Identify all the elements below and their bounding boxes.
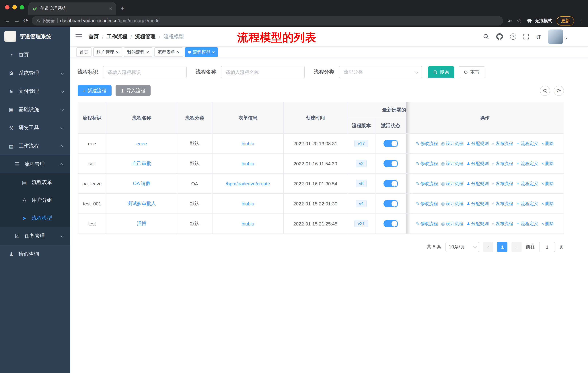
- new-tab-button[interactable]: +: [116, 4, 129, 15]
- action-publish-process[interactable]: ☝发布流程: [492, 181, 513, 187]
- next-page-button[interactable]: ›: [511, 242, 522, 252]
- row-form-link[interactable]: biubiu: [242, 141, 254, 146]
- tag-process-model[interactable]: 流程模型 ×: [185, 47, 218, 57]
- window-controls[interactable]: [5, 5, 24, 10]
- active-toggle[interactable]: [383, 140, 398, 147]
- maximize-window-button[interactable]: [20, 5, 24, 10]
- version-badge[interactable]: v2: [356, 160, 367, 167]
- action-design-process[interactable]: ◎设计流程: [441, 221, 463, 227]
- action-assign-rule[interactable]: ♟分配规则: [467, 201, 489, 207]
- sidebar-logo[interactable]: 芋道管理系统: [0, 27, 70, 46]
- action-assign-rule[interactable]: ♟分配规则: [467, 141, 489, 147]
- close-icon[interactable]: ×: [177, 50, 179, 54]
- close-icon[interactable]: ×: [212, 50, 215, 54]
- page-size-select[interactable]: 10条/页: [445, 242, 479, 252]
- version-badge[interactable]: v17: [355, 140, 368, 147]
- row-name-link[interactable]: 自己审批: [132, 161, 151, 166]
- action-design-process[interactable]: ◎设计流程: [441, 161, 463, 167]
- bookmark-star-icon[interactable]: ☆: [517, 18, 522, 24]
- action-assign-rule[interactable]: ♟分配规则: [467, 221, 489, 227]
- tag-tenant[interactable]: 租户管理 ×: [93, 47, 122, 57]
- breadcrumb-item[interactable]: 流程管理: [135, 33, 156, 40]
- active-toggle[interactable]: [383, 200, 398, 207]
- create-process-button[interactable]: + 新建流程: [78, 85, 111, 96]
- address-bar[interactable]: ⚠ 不安全 dashboard.yudao.iocoder.cn/bpm/man…: [32, 16, 503, 26]
- action-assign-rule[interactable]: ♟分配规则: [467, 181, 489, 187]
- category-select[interactable]: 流程分类: [339, 66, 422, 78]
- forward-icon[interactable]: →: [14, 18, 20, 24]
- search-button[interactable]: 搜索: [428, 66, 454, 78]
- back-icon[interactable]: ←: [4, 18, 10, 24]
- row-form-link[interactable]: biubiu: [242, 161, 254, 166]
- sidebar-item-process-management[interactable]: ☰ 流程管理: [0, 155, 70, 173]
- goto-page-input[interactable]: [539, 242, 555, 252]
- sidebar-item-leave-query[interactable]: ♟ 请假查询: [0, 245, 70, 263]
- sidebar-item-devtools[interactable]: ⚒ 研发工具: [0, 119, 70, 137]
- close-icon[interactable]: ×: [116, 50, 119, 54]
- sidebar-item-workflow[interactable]: ▤ 工作流程: [0, 137, 70, 155]
- sidebar-item-user-group[interactable]: ⚇ 用户分组: [0, 191, 70, 209]
- tab-close-icon[interactable]: ×: [109, 6, 112, 11]
- browser-tab[interactable]: 芋道管理系统 ×: [28, 2, 116, 15]
- version-badge[interactable]: v21: [355, 220, 368, 227]
- help-icon[interactable]: ?: [510, 33, 516, 40]
- security-warning[interactable]: ⚠ 不安全: [36, 18, 55, 24]
- import-process-button[interactable]: ↥ 导入流程: [115, 85, 150, 96]
- action-edit-process[interactable]: ✎修改流程: [416, 181, 438, 187]
- update-button[interactable]: 更新: [557, 16, 574, 25]
- browser-menu-icon[interactable]: ⋮: [578, 18, 584, 24]
- github-icon[interactable]: [496, 33, 503, 40]
- action-process-definition[interactable]: ⚭流程定义: [516, 181, 538, 187]
- action-process-definition[interactable]: ⚭流程定义: [516, 161, 538, 167]
- process-key-input[interactable]: [103, 66, 187, 78]
- sidebar-item-process-model[interactable]: ➤ 流程模型: [0, 209, 70, 227]
- action-publish-process[interactable]: ☝发布流程: [492, 201, 513, 207]
- search-icon[interactable]: [483, 33, 489, 40]
- action-design-process[interactable]: ◎设计流程: [441, 201, 463, 207]
- action-publish-process[interactable]: ☝发布流程: [492, 161, 513, 167]
- user-avatar[interactable]: [548, 29, 563, 44]
- action-delete[interactable]: ×删除: [542, 221, 554, 227]
- action-process-definition[interactable]: ⚭流程定义: [516, 221, 538, 227]
- row-name-link[interactable]: 滔博: [137, 221, 146, 226]
- action-publish-process[interactable]: ☝发布流程: [492, 141, 513, 147]
- sidebar-item-system[interactable]: ⚙ 系统管理: [0, 64, 70, 82]
- action-delete[interactable]: ×删除: [542, 181, 554, 187]
- tag-home[interactable]: 首页: [76, 47, 92, 57]
- action-process-definition[interactable]: ⚭流程定义: [516, 201, 538, 207]
- row-form-link[interactable]: biubiu: [242, 221, 254, 226]
- action-delete[interactable]: ×删除: [542, 201, 554, 207]
- action-edit-process[interactable]: ✎修改流程: [416, 161, 438, 167]
- action-design-process[interactable]: ◎设计流程: [441, 141, 463, 147]
- row-name-link[interactable]: OA 请假: [133, 181, 150, 186]
- row-name-link[interactable]: eeee: [136, 141, 147, 146]
- action-delete[interactable]: ×删除: [542, 141, 554, 147]
- reload-icon[interactable]: ⟳: [23, 18, 28, 24]
- sidebar-item-task-management[interactable]: ☑ 任务管理: [0, 227, 70, 245]
- breadcrumb-item[interactable]: 首页: [89, 33, 99, 40]
- action-delete[interactable]: ×删除: [542, 161, 554, 167]
- active-toggle[interactable]: [383, 220, 398, 227]
- show-search-button[interactable]: [540, 86, 550, 96]
- action-assign-rule[interactable]: ♟分配规则: [467, 161, 489, 167]
- refresh-table-button[interactable]: ⟳: [554, 86, 564, 96]
- action-design-process[interactable]: ◎设计流程: [441, 181, 463, 187]
- action-edit-process[interactable]: ✎修改流程: [416, 221, 438, 227]
- row-form-link[interactable]: biubiu: [242, 201, 254, 206]
- close-icon[interactable]: ×: [146, 50, 149, 54]
- sidebar-item-home[interactable]: ◔ 首页: [0, 46, 70, 64]
- breadcrumb-item[interactable]: 工作流程: [107, 33, 127, 40]
- process-name-input[interactable]: [221, 66, 305, 78]
- tag-my-process[interactable]: 我的流程 ×: [124, 47, 152, 57]
- fullscreen-icon[interactable]: [523, 33, 529, 40]
- active-toggle[interactable]: [383, 180, 398, 187]
- action-edit-process[interactable]: ✎修改流程: [416, 141, 438, 147]
- action-edit-process[interactable]: ✎修改流程: [416, 201, 438, 207]
- prev-page-button[interactable]: ‹: [483, 242, 493, 252]
- version-badge[interactable]: v5: [356, 180, 367, 187]
- row-name-link[interactable]: 测试多审批人: [127, 201, 156, 206]
- page-number-current[interactable]: 1: [497, 242, 507, 252]
- sidebar-item-infrastructure[interactable]: ▣ 基础设施: [0, 101, 70, 119]
- sidebar-item-process-form[interactable]: ▤ 流程表单: [0, 173, 70, 191]
- hamburger-icon[interactable]: [75, 34, 82, 39]
